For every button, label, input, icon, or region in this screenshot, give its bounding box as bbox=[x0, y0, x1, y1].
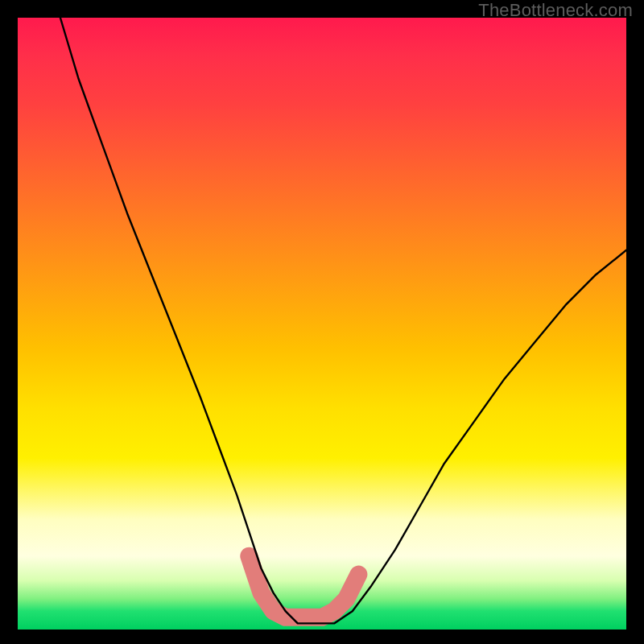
bottleneck-curve bbox=[60, 18, 626, 623]
watermark-text: TheBottleneck.com bbox=[478, 0, 633, 21]
sweet-spot-band bbox=[249, 556, 358, 617]
plot-area bbox=[18, 18, 626, 630]
chart-svg bbox=[18, 18, 626, 630]
chart-frame: TheBottleneck.com bbox=[0, 0, 644, 644]
